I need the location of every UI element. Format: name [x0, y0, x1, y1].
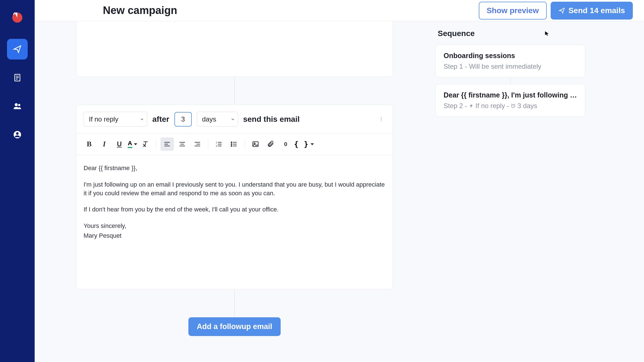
send-icon	[558, 7, 565, 14]
add-followup-button[interactable]: Add a followup email	[188, 317, 281, 336]
italic-button[interactable]: I	[98, 137, 111, 151]
attach-file-button[interactable]	[264, 137, 277, 151]
sequence-title: Sequence	[438, 29, 585, 38]
bullet-list-button[interactable]	[227, 137, 241, 151]
svg-point-8	[16, 132, 18, 135]
sequence-panel: Sequence Onboarding sessions Step 1 - Wi…	[434, 21, 644, 362]
lightning-icon	[469, 103, 474, 108]
ordered-list-icon: 1 2	[215, 140, 222, 148]
sequence-step-card[interactable]: Dear {{ firstname }}, I'm just following…	[435, 84, 585, 117]
format-toolbar: B I U A	[76, 133, 393, 155]
previous-email-card[interactable]	[76, 21, 393, 77]
sequence-step-title: Onboarding sessions	[444, 52, 577, 60]
insert-image-button[interactable]	[249, 137, 262, 151]
svg-point-10	[381, 119, 382, 120]
text-color-icon: A	[128, 140, 132, 148]
ordered-list-button[interactable]: 1 2	[212, 137, 226, 151]
insert-variable-button[interactable]: { }	[294, 140, 314, 148]
bold-button[interactable]: B	[82, 137, 96, 151]
code-braces-icon: { }	[294, 140, 309, 148]
svg-point-11	[381, 120, 382, 121]
paperclip-icon	[267, 140, 274, 148]
sidebar-item-contacts[interactable]	[7, 96, 28, 116]
email-body-editor[interactable]: Dear {{ firstname }}, I'm just following…	[76, 155, 393, 289]
sequence-connector	[234, 77, 235, 105]
send-emails-label: Send 14 emails	[569, 6, 625, 15]
sidebar-item-templates[interactable]	[7, 67, 28, 88]
align-left-button[interactable]	[160, 137, 174, 151]
align-right-icon	[194, 140, 201, 148]
sidebar-item-send[interactable]	[7, 39, 28, 59]
svg-point-5	[15, 103, 18, 106]
underline-icon: U	[117, 140, 122, 148]
svg-point-26	[231, 142, 232, 143]
send-condition-row: If no reply after days send this email	[76, 105, 393, 133]
page-title: New campaign	[103, 4, 177, 16]
app-logo	[11, 10, 24, 23]
after-label: after	[152, 115, 169, 124]
email-editor-card: If no reply after days send this email	[76, 105, 393, 289]
svg-point-6	[18, 104, 20, 106]
email-greeting: Dear {{ firstname }},	[84, 164, 385, 173]
clear-format-icon	[142, 140, 149, 148]
underline-button[interactable]: U	[113, 137, 126, 151]
sequence-step-title: Dear {{ firstname }}, I'm just following…	[444, 91, 577, 99]
link-icon	[282, 140, 289, 148]
more-options-button[interactable]	[377, 115, 385, 123]
sequence-connector	[234, 289, 235, 317]
clear-format-button[interactable]	[139, 137, 152, 151]
toolbar-separator	[156, 139, 157, 149]
align-left-icon	[164, 140, 171, 148]
align-right-button[interactable]	[191, 137, 204, 151]
clock-icon	[511, 103, 516, 108]
email-paragraph-2: If I don't hear from you by the end of t…	[84, 205, 385, 214]
chevron-down-icon	[311, 143, 314, 145]
text-color-button[interactable]: A	[128, 140, 137, 148]
email-signature: Mary Pesquet	[84, 232, 385, 240]
send-this-email-label: send this email	[243, 115, 300, 124]
svg-point-27	[231, 144, 232, 144]
sequence-card-connector	[510, 77, 511, 84]
show-preview-button[interactable]: Show preview	[479, 2, 547, 20]
send-emails-button[interactable]: Send 14 emails	[551, 2, 633, 20]
mouse-cursor-icon	[544, 31, 550, 36]
trigger-select[interactable]: If no reply	[84, 112, 147, 127]
svg-text:2: 2	[216, 144, 217, 147]
bullet-list-icon	[230, 140, 238, 148]
dots-vertical-icon	[378, 116, 384, 122]
svg-point-28	[231, 146, 232, 146]
left-sidebar	[0, 0, 35, 362]
toolbar-separator	[245, 139, 245, 149]
align-center-button[interactable]	[176, 137, 189, 151]
svg-text:1: 1	[216, 141, 217, 144]
email-paragraph-1: I'm just following up on an email I prev…	[84, 180, 385, 198]
delay-number-input[interactable]	[174, 112, 192, 127]
delay-unit-select[interactable]: days	[197, 112, 238, 127]
image-icon	[252, 140, 259, 148]
bold-icon: B	[87, 140, 91, 148]
email-signoff: Yours sincerely,	[84, 222, 385, 230]
svg-point-9	[381, 117, 382, 118]
sequence-step-subtitle: Step 2 - If no reply - 3 days	[444, 102, 577, 110]
chevron-down-icon	[134, 143, 137, 145]
svg-rect-32	[253, 142, 258, 146]
align-center-icon	[179, 140, 186, 148]
insert-link-button[interactable]	[279, 137, 292, 151]
top-header: New campaign Show preview Send 14 emails	[35, 0, 644, 21]
italic-icon: I	[103, 140, 106, 148]
toolbar-separator	[208, 139, 208, 149]
sidebar-item-account[interactable]	[7, 124, 28, 145]
sequence-step-subtitle: Step 1 - Will be sent immediately	[444, 63, 577, 70]
sequence-step-card[interactable]: Onboarding sessions Step 1 - Will be sen…	[435, 45, 585, 77]
